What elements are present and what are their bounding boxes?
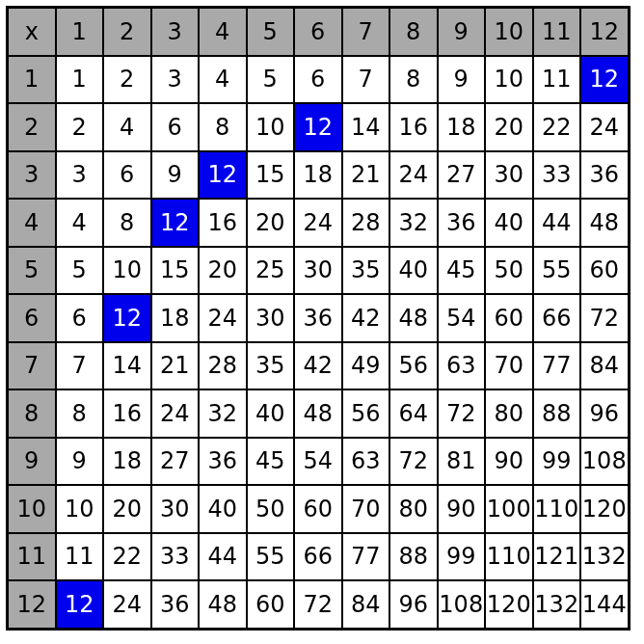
table-cell: 36 [438,199,486,247]
table-cell: 88 [389,533,438,581]
table-cell: 24 [294,199,342,247]
table-cell: 27 [438,151,486,200]
table-cell: 6 [103,151,151,200]
table-cell: 8 [199,103,247,151]
table-cell: 20 [199,247,247,295]
table-cell: 6 [151,103,200,151]
table-cell: 63 [438,342,486,390]
row-header: 6 [8,294,56,342]
table-cell: 80 [389,485,438,533]
table-cell: 7 [56,342,104,390]
row-header: 4 [8,199,56,247]
table-cell: 132 [580,533,629,581]
highlight-cell: 12 [294,103,342,151]
table-cell: 64 [389,389,438,438]
table-cell: 35 [247,342,295,390]
table-cell: 14 [342,103,390,151]
table-cell: 70 [485,342,533,390]
table-cell: 45 [438,247,486,295]
table-cell: 18 [438,103,486,151]
table-cell: 40 [485,199,533,247]
table-cell: 10 [56,485,104,533]
table-cell: 44 [533,199,581,247]
table-cell: 30 [151,485,200,533]
table-cell: 8 [103,199,151,247]
table-cell: 8 [56,389,104,438]
table-cell: 15 [247,151,295,200]
table-cell: 6 [56,294,104,342]
table-cell: 72 [389,438,438,486]
table-cell: 54 [438,294,486,342]
table-cell: 49 [342,342,390,390]
table-cell: 10 [485,56,533,104]
row-header: 1 [8,56,56,104]
table-cell: 72 [580,294,629,342]
table-cell: 132 [533,580,581,629]
table-cell: 56 [389,342,438,390]
table-cell: 28 [342,199,390,247]
table-cell: 30 [485,151,533,200]
table-cell: 3 [151,56,200,104]
table-cell: 60 [294,485,342,533]
table-cell: 24 [580,103,629,151]
table-cell: 60 [247,580,295,629]
table-cell: 72 [438,389,486,438]
table-cell: 20 [103,485,151,533]
table-cell: 40 [199,485,247,533]
table-cell: 48 [580,199,629,247]
table-cell: 120 [485,580,533,629]
table-cell: 22 [533,103,581,151]
table-cell: 15 [151,247,200,295]
col-header: 5 [247,8,295,56]
table-cell: 2 [56,103,104,151]
table-cell: 56 [342,389,390,438]
table-cell: 120 [580,485,629,533]
table-cell: 40 [389,247,438,295]
table-cell: 3 [56,151,104,200]
col-header: 9 [438,8,486,56]
table-cell: 9 [151,151,200,200]
row-header: 8 [8,389,56,438]
table-cell: 48 [294,389,342,438]
table-cell: 9 [438,56,486,104]
table-cell: 77 [342,533,390,581]
table-cell: 24 [199,294,247,342]
table-cell: 11 [533,56,581,104]
table-cell: 36 [151,580,200,629]
col-header: 11 [533,8,581,56]
table-cell: 1 [56,56,104,104]
table-cell: 20 [485,103,533,151]
table-cell: 77 [533,342,581,390]
corner-header: x [8,8,56,56]
table-cell: 121 [533,533,581,581]
table-cell: 99 [438,533,486,581]
table-cell: 11 [56,533,104,581]
row-header: 9 [8,438,56,486]
col-header: 6 [294,8,342,56]
table-cell: 4 [56,199,104,247]
table-cell: 96 [580,389,629,438]
table-cell: 36 [294,294,342,342]
table-cell: 42 [342,294,390,342]
col-header: 1 [56,8,104,56]
row-header: 12 [8,580,56,629]
table-cell: 55 [247,533,295,581]
multiplication-table: x123456789101112112345678910111222468101… [6,6,631,631]
table-cell: 18 [294,151,342,200]
highlight-cell: 12 [103,294,151,342]
table-cell: 8 [389,56,438,104]
highlight-cell: 12 [199,151,247,200]
table-cell: 32 [389,199,438,247]
multiplication-table-wrap: x123456789101112112345678910111222468101… [0,0,644,644]
table-cell: 18 [151,294,200,342]
col-header: 3 [151,8,200,56]
table-cell: 108 [580,438,629,486]
table-cell: 16 [389,103,438,151]
table-cell: 2 [103,56,151,104]
table-cell: 70 [342,485,390,533]
col-header: 2 [103,8,151,56]
table-cell: 44 [199,533,247,581]
table-cell: 20 [247,199,295,247]
table-cell: 24 [389,151,438,200]
col-header: 7 [342,8,390,56]
